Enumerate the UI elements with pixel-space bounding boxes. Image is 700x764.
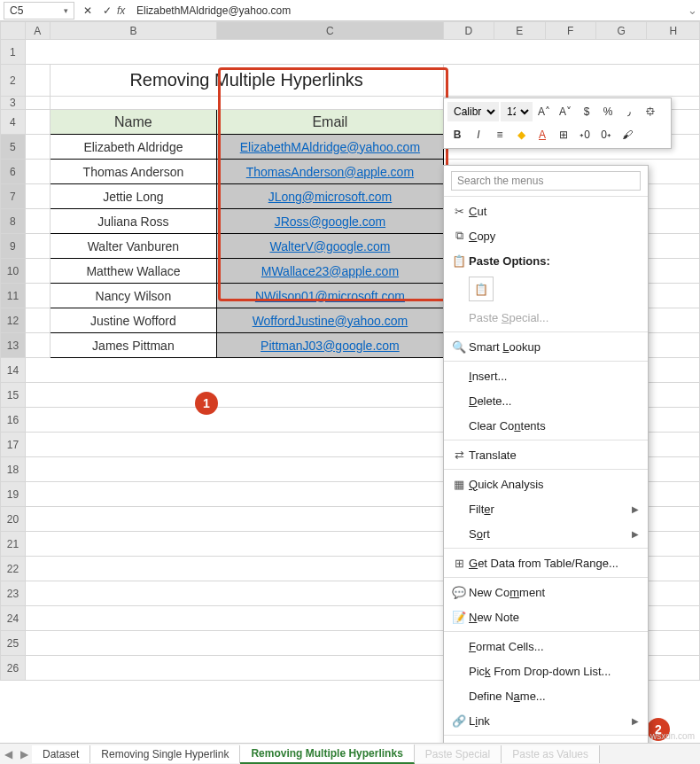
format-painter-icon[interactable]: 🖌 <box>618 125 637 144</box>
comma-icon[interactable]: ٫ <box>619 102 639 121</box>
menu-insert[interactable]: Insert... <box>444 363 648 388</box>
name-cell[interactable]: Elizabeth Aldridge <box>50 135 217 160</box>
row-3[interactable]: 3 <box>1 97 26 110</box>
row-7[interactable]: 7 <box>1 184 26 209</box>
increase-font-icon[interactable]: A˄ <box>534 102 554 121</box>
col-C[interactable]: C <box>217 22 443 40</box>
row-21[interactable]: 21 <box>1 532 26 557</box>
col-G[interactable]: G <box>596 22 647 40</box>
row-8[interactable]: 8 <box>1 209 26 234</box>
name-cell[interactable]: Thomas Anderson <box>50 160 217 184</box>
row-6[interactable]: 6 <box>1 160 26 184</box>
row-2[interactable]: 2 <box>1 65 26 97</box>
email-link[interactable]: MWallace23@apple.com <box>261 264 399 278</box>
font-select[interactable]: Calibri <box>447 102 499 121</box>
menu-sort[interactable]: Sort▶ <box>444 521 648 546</box>
align-icon[interactable]: ≡ <box>490 125 509 144</box>
menu-clear-contents[interactable]: Clear Contents <box>444 413 648 438</box>
col-D[interactable]: D <box>443 22 494 40</box>
select-all-cell[interactable] <box>1 22 26 40</box>
email-link[interactable]: PittmanJ03@google.com <box>261 339 400 353</box>
menu-define-name[interactable]: Define Name... <box>444 683 648 708</box>
row-12[interactable]: 12 <box>1 308 26 333</box>
email-link[interactable]: WoffordJustine@yahoo.com <box>253 314 408 328</box>
name-cell[interactable]: Walter Vanburen <box>50 234 217 259</box>
email-link[interactable]: NWilson01@microsoft.com <box>255 289 405 303</box>
name-cell[interactable]: Juliana Ross <box>50 209 217 234</box>
col-H[interactable]: H <box>647 22 700 40</box>
font-color-icon[interactable]: A <box>533 125 552 144</box>
email-cell[interactable]: WalterV@google.com <box>217 234 443 259</box>
email-cell[interactable]: ElizabethMAldridge@yahoo.com <box>217 135 443 160</box>
column-headers[interactable]: A B C D E F G H <box>1 22 700 40</box>
row-1[interactable]: 1 <box>1 40 26 65</box>
name-cell[interactable]: James Pittman <box>50 333 217 358</box>
menu-delete[interactable]: Delete... <box>444 388 648 413</box>
name-box[interactable]: C5 ▾ <box>4 2 74 19</box>
row-19[interactable]: 19 <box>1 482 26 507</box>
menu-new-comment[interactable]: 💬New Comment <box>444 580 648 604</box>
paste-button[interactable]: 📋 <box>469 277 494 301</box>
row-5[interactable]: 5 <box>1 135 26 160</box>
menu-format-cells[interactable]: Format Cells... <box>444 634 648 659</box>
row-14[interactable]: 14 <box>1 358 26 383</box>
enter-icon[interactable]: ✓ <box>97 4 117 17</box>
email-link[interactable]: JLong@microsoft.com <box>268 190 392 204</box>
name-cell[interactable]: Matthew Wallace <box>50 259 217 284</box>
name-cell[interactable]: Justine Wofford <box>50 308 217 333</box>
menu-translate[interactable]: ⇄Translate <box>444 442 648 467</box>
row-17[interactable]: 17 <box>1 433 26 457</box>
currency-icon[interactable]: $ <box>577 102 596 121</box>
tab-nav-next-icon[interactable]: ▶ <box>16 748 32 760</box>
row-11[interactable]: 11 <box>1 284 26 308</box>
menu-cut[interactable]: ✂Cut <box>444 199 648 223</box>
col-A[interactable]: A <box>25 22 50 40</box>
sheet-tab-paste-special[interactable]: Paste Special <box>415 745 502 763</box>
email-cell[interactable]: MWallace23@apple.com <box>217 259 443 284</box>
email-link[interactable]: WalterV@google.com <box>269 239 390 253</box>
bold-icon[interactable]: B <box>447 125 467 144</box>
row-22[interactable]: 22 <box>1 557 26 581</box>
email-cell[interactable]: JLong@microsoft.com <box>217 184 443 209</box>
col-F[interactable]: F <box>545 22 595 40</box>
row-9[interactable]: 9 <box>1 234 26 259</box>
sheet-tab-single[interactable]: Removing Single Hyperlink <box>90 745 240 763</box>
row-18[interactable]: 18 <box>1 457 26 482</box>
email-cell[interactable]: PittmanJ03@google.com <box>217 333 443 358</box>
row-13[interactable]: 13 <box>1 333 26 358</box>
fx-icon[interactable]: fx <box>117 4 131 17</box>
row-23[interactable]: 23 <box>1 581 26 606</box>
decrease-font-icon[interactable]: A˅ <box>556 102 575 121</box>
percent-icon[interactable]: % <box>598 102 618 121</box>
formula-expand-icon[interactable]: ⌄ <box>684 4 700 17</box>
col-B[interactable]: B <box>50 22 217 40</box>
row-15[interactable]: 15 <box>1 383 26 408</box>
menu-copy[interactable]: ⧉Copy <box>444 223 648 248</box>
italic-icon[interactable]: I <box>469 125 488 144</box>
row-26[interactable]: 26 <box>1 656 26 681</box>
menu-link[interactable]: 🔗Link▶ <box>444 708 648 733</box>
menu-new-note[interactable]: 📝New Note <box>444 604 648 629</box>
row-24[interactable]: 24 <box>1 606 26 631</box>
cancel-icon[interactable]: ✕ <box>78 4 97 17</box>
menu-filter[interactable]: Filter▶ <box>444 496 648 521</box>
decrease-decimal-icon[interactable]: 0˖ <box>596 125 616 144</box>
email-link[interactable]: ElizabethMAldridge@yahoo.com <box>240 140 420 154</box>
email-cell[interactable]: NWilson01@microsoft.com <box>217 284 443 308</box>
sheet-tab-paste-values[interactable]: Paste as Values <box>502 745 600 763</box>
email-cell[interactable]: JRoss@google.com <box>217 209 443 234</box>
format-cells-icon[interactable]: ⯐ <box>641 102 660 121</box>
email-cell[interactable]: WoffordJustine@yahoo.com <box>217 308 443 333</box>
sheet-tab-multiple[interactable]: Removing Multiple Hyperlinks <box>240 745 414 764</box>
name-cell[interactable]: Jettie Long <box>50 184 217 209</box>
menu-search-input[interactable]: Search the menus <box>451 171 641 191</box>
fontsize-select[interactable]: 12 <box>501 102 533 121</box>
menu-quick-analysis[interactable]: ▦Quick Analysis <box>444 472 648 496</box>
formula-input[interactable]: ElizabethMAldridge@yahoo.com <box>131 4 684 17</box>
email-link[interactable]: JRoss@google.com <box>275 214 386 229</box>
fill-color-icon[interactable]: ◆ <box>511 125 531 144</box>
email-link[interactable]: ThomasAnderson@apple.com <box>246 165 414 179</box>
col-E[interactable]: E <box>494 22 545 40</box>
menu-get-data[interactable]: ⊞Get Data from Table/Range... <box>444 550 648 575</box>
increase-decimal-icon[interactable]: ˖0 <box>575 125 595 144</box>
